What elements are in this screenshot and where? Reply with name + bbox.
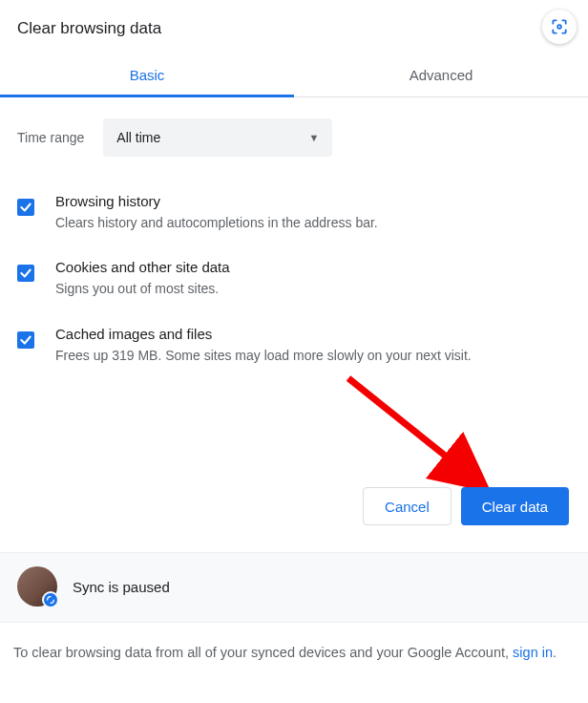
signin-note-after: . — [553, 645, 556, 660]
cancel-button[interactable]: Cancel — [363, 487, 452, 525]
signin-note: To clear browsing data from all of your … — [13, 642, 575, 663]
option-title-cookies: Cookies and other site data — [55, 259, 230, 275]
sign-in-link[interactable]: sign in — [513, 645, 553, 660]
time-range-select[interactable]: All time ▼ — [103, 118, 332, 157]
option-desc-history: Clears history and autocompletions in th… — [55, 213, 378, 232]
user-avatar[interactable] — [17, 566, 57, 607]
tab-advanced[interactable]: Advanced — [294, 52, 588, 96]
tab-basic[interactable]: Basic — [0, 52, 294, 96]
time-range-value: All time — [116, 130, 160, 145]
checkbox-browsing-history[interactable] — [17, 199, 34, 216]
option-title-cache: Cached images and files — [55, 326, 472, 342]
option-title-history: Browsing history — [55, 193, 378, 209]
svg-line-1 — [348, 378, 472, 478]
sync-status-text: Sync is paused — [73, 579, 170, 595]
tab-bar: Basic Advanced — [0, 52, 588, 97]
chevron-down-icon: ▼ — [308, 132, 319, 143]
option-desc-cookies: Signs you out of most sites. — [55, 279, 230, 298]
dialog-title: Clear browsing data — [17, 19, 161, 38]
red-arrow-annotation — [339, 373, 501, 506]
checkbox-cookies[interactable] — [17, 265, 34, 282]
time-range-label: Time range — [17, 130, 84, 145]
sync-panel: Sync is paused — [0, 552, 588, 623]
sync-paused-icon — [42, 591, 59, 608]
signin-note-text: To clear browsing data from all of your … — [13, 645, 513, 660]
svg-point-0 — [557, 25, 561, 29]
checkbox-cache[interactable] — [17, 331, 34, 349]
scan-frame-icon[interactable] — [542, 10, 577, 44]
clear-data-button[interactable]: Clear data — [461, 487, 569, 525]
option-desc-cache: Frees up 319 MB. Some sites may load mor… — [55, 346, 472, 365]
